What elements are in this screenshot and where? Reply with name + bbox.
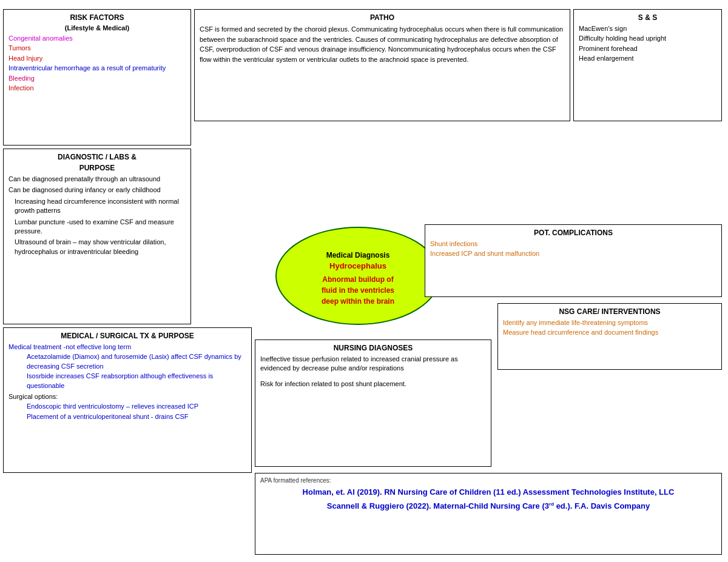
diag-item-5: Ultrasound of brain – may show ventricul… <box>15 238 186 256</box>
nsg-care-item-2: Measure head circumference and document … <box>503 328 716 337</box>
ellipse-line3: Abnormal buildup of <box>322 275 394 284</box>
med-surg-item-4: Surgical options: <box>8 392 246 401</box>
reference-1: Holman, et. Al (2019). RN Nursing Care o… <box>260 487 716 497</box>
nursing-diag-item-2: Risk for infection related to post shunt… <box>260 380 486 389</box>
diagnostic-title2: PURPOSE <box>8 164 186 172</box>
diagnostic-box: DIAGNOSTIC / LABS & PURPOSE Can be diagn… <box>3 149 191 324</box>
center-ellipse: Medical Diagnosis Hydrocephalus Abnormal… <box>273 224 443 327</box>
ellipse-line1: Medical Diagnosis <box>326 251 390 259</box>
sns-item-2: Difficulty holding head upright <box>579 34 716 43</box>
patho-box: PATHO CSF is formed and secreted by the … <box>194 9 570 121</box>
med-surg-item-2: Acetazolamide (Diamox) and furosemide (L… <box>27 352 246 371</box>
sns-item-1: MacEwen’s sign <box>579 24 716 33</box>
nsg-care-title: NSG CARE/ INTERVENTIONS <box>503 307 716 316</box>
risk-item-6: Infection <box>8 84 186 93</box>
references-label: APA formatted references: <box>260 477 716 484</box>
pot-comp-title: POT. COMPLICATIONS <box>430 229 716 237</box>
sns-title: S & S <box>579 13 716 22</box>
patho-body: CSF is formed and secreted by the choroi… <box>200 24 565 64</box>
patho-title: PATHO <box>200 13 565 22</box>
risk-item-2: Tumors <box>8 44 186 53</box>
pot-comp-item-2: Increased ICP and shunt malfunction <box>430 249 716 258</box>
reference-2: Scannell & Ruggiero (2022). Maternal-Chi… <box>260 501 716 510</box>
sns-item-4: Head enlargement <box>579 54 716 63</box>
med-surg-title: MEDICAL / SURGICAL TX & PURPOSE <box>8 332 246 340</box>
nsg-care-item-1: Identify any immediate life-threatening … <box>503 318 716 327</box>
ellipse-line2: Hydrocephalus <box>329 261 386 270</box>
risk-item-5: Bleeding <box>8 74 186 83</box>
med-surg-item-1: Medical treatment -not effective long te… <box>8 343 246 352</box>
references-box: APA formatted references: Holman, et. Al… <box>255 473 722 555</box>
ref2-end: ed.). F.A. Davis Company <box>554 501 650 510</box>
nursing-diagnoses-box: NURSING DIAGNOSES Ineffective tissue per… <box>255 340 491 467</box>
pot-complications-box: POT. COMPLICATIONS Shunt infections Incr… <box>425 224 722 297</box>
ellipse-line4: fluid in the ventricles <box>322 286 394 295</box>
diagnostic-title: DIAGNOSTIC / LABS & <box>8 153 186 161</box>
med-surg-item-5: Endoscopic third ventriculostomy – relie… <box>27 402 246 411</box>
risk-item-3: Head Injury <box>8 54 186 63</box>
med-surg-box: MEDICAL / SURGICAL TX & PURPOSE Medical … <box>3 327 252 473</box>
diag-item-4: Lumbar puncture -used to examine CSF and… <box>15 218 186 236</box>
risk-factors-subtitle: (Lifestyle & Medical) <box>8 24 186 32</box>
risk-factors-box: RISK FACTORS (Lifestyle & Medical) Conge… <box>3 9 191 146</box>
diag-item-1: Can be diagnosed prenatally through an u… <box>8 175 186 184</box>
med-surg-item-6: Placement of a ventriculoperitoneal shun… <box>27 412 246 421</box>
ref2-text: Scannell & Ruggiero (2022). Maternal-Chi… <box>327 501 549 510</box>
diag-item-2: Can be diagnosed during infancy or early… <box>8 186 186 195</box>
risk-item-1: Congenital anomalies <box>8 34 186 43</box>
pot-comp-item-1: Shunt infections <box>430 239 716 249</box>
ref2-sup: rd <box>549 501 554 507</box>
sns-item-3: Prominent forehead <box>579 44 716 53</box>
med-surg-item-3: Isosrbide increases CSF reabsorption alt… <box>27 372 246 390</box>
risk-factors-title: RISK FACTORS <box>8 13 186 22</box>
sns-box: S & S MacEwen’s sign Difficulty holding … <box>573 9 722 121</box>
nsg-care-box: NSG CARE/ INTERVENTIONS Identify any imm… <box>497 303 722 370</box>
nursing-diag-title: NURSING DIAGNOSES <box>260 344 486 352</box>
ellipse-line5: deep within the brain <box>322 297 394 306</box>
risk-item-4: Intraventricular hemorrhage as a result … <box>8 64 186 73</box>
nursing-diag-item-1: Ineffective tissue perfusion related to … <box>260 355 486 373</box>
diag-item-3: Increasing head circumference inconsiste… <box>15 197 186 216</box>
